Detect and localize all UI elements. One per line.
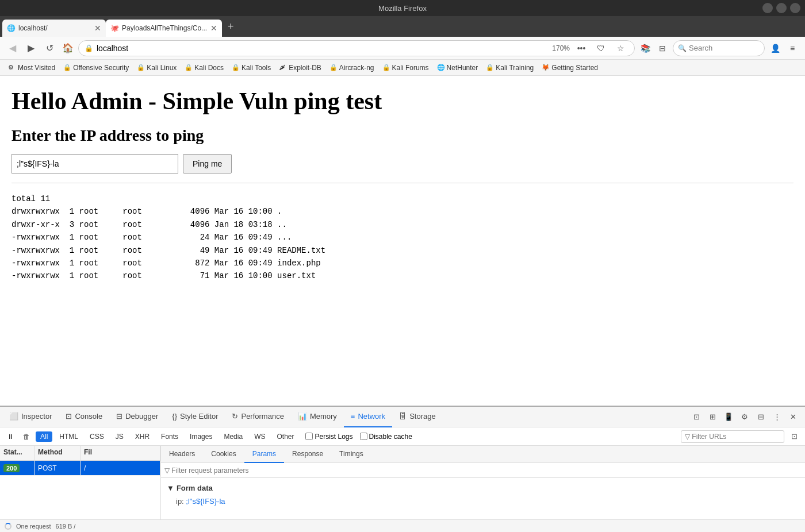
bookmark-bm11[interactable]: 🦊Getting Started [538, 63, 601, 73]
devtools-tab-icon-memory: 📊 [298, 412, 307, 421]
bookmark-bm8[interactable]: 🔒Kali Forums [379, 63, 432, 73]
detail-tabs: Headers Cookies Params Response Timings [161, 446, 805, 463]
devtools-action-dock-side[interactable]: ⊞ [705, 410, 720, 425]
devtools-tab-debugger[interactable]: ⊟ Debugger [109, 407, 165, 427]
filter-type-html[interactable]: HTML [55, 431, 83, 442]
bookmark-label-bm1: Most Visited [18, 64, 55, 72]
devtools-tab-label-debugger: Debugger [125, 412, 158, 421]
form-data-value: ;l"s${IFS}-la [186, 497, 225, 506]
devtools-tab-icon-console: ⊡ [66, 412, 72, 421]
devtools-action-close[interactable]: ✕ [785, 410, 800, 425]
network-filter-bar: ⏸🗑AllHTMLCSSJSXHRFontsImagesMediaWSOther… [0, 427, 805, 446]
bookmark-favicon-bm5: 🔒 [232, 64, 240, 72]
filter-type-all[interactable]: All [36, 431, 52, 442]
disable-cache-checkbox[interactable] [360, 433, 367, 440]
bookmark-bm6[interactable]: 🌶Exploit-DB [275, 63, 325, 73]
bookmark-label-bm2: Offensive Security [73, 64, 129, 72]
bookmark-bm7[interactable]: 🔒Aircrack-ng [326, 63, 378, 73]
req-file: / [80, 461, 160, 475]
devtools-tab-label-storage: Storage [409, 412, 436, 421]
network-clear-button[interactable]: 🗑 [20, 431, 33, 442]
bookmark-bm3[interactable]: 🔒Kali Linux [133, 63, 180, 73]
filter-type-js[interactable]: JS [111, 431, 128, 442]
forward-button[interactable]: ▶ [23, 40, 39, 56]
devtools-tab-memory[interactable]: 📊 Memory [291, 407, 344, 427]
encode-button[interactable]: ⊡ [787, 429, 802, 444]
address-input[interactable] [97, 44, 549, 53]
tab-2-close[interactable]: ✕ [210, 24, 217, 33]
filter-type-xhr[interactable]: XHR [131, 431, 154, 442]
new-tab-button[interactable]: + [224, 21, 237, 33]
tab-headers[interactable]: Headers [161, 446, 203, 463]
tab-1-close[interactable]: ✕ [94, 24, 101, 33]
network-table: Stat... Method Fil 200 POST / Headers Co… [0, 446, 805, 519]
devtools-tab-performance[interactable]: ↻ Performance [225, 407, 290, 427]
minimize-button[interactable]: ─ [762, 3, 773, 13]
devtools: ⬜ Inspector⊡ Console⊟ Debugger{} Style E… [0, 406, 805, 532]
menu-button[interactable]: ≡ [784, 40, 800, 56]
devtools-tab-icon-style-editor: {} [172, 412, 177, 421]
tab-params[interactable]: Params [244, 446, 284, 463]
devtools-tab-console[interactable]: ⊡ Console [59, 407, 109, 427]
filter-params-input[interactable] [164, 467, 802, 475]
devtools-action-split[interactable]: ⊟ [753, 410, 768, 425]
nav-bar: ◀ ▶ ↺ 🏠 🔒 170% ••• 🛡 ☆ 📚 ⊟ 🔍 👤 ≡ [0, 37, 805, 60]
bookmark-favicon-bm3: 🔒 [137, 64, 145, 72]
bookmark-favicon-bm1: ⚙ [8, 64, 16, 72]
bookmark-label-bm11: Getting Started [551, 64, 598, 72]
filter-type-other[interactable]: Other [272, 431, 298, 442]
maximize-button[interactable]: □ [776, 3, 787, 13]
devtools-tab-style-editor[interactable]: {} Style Editor [165, 407, 225, 427]
network-pause-button[interactable]: ⏸ [3, 431, 17, 442]
devtools-tab-inspector[interactable]: ⬜ Inspector [2, 407, 59, 427]
filter-type-media[interactable]: Media [219, 431, 247, 442]
search-input[interactable] [689, 44, 746, 52]
filter-url-input[interactable] [681, 430, 784, 443]
close-window-button[interactable]: ✕ [790, 3, 800, 13]
devtools-action-dock-bottom[interactable]: ⊡ [689, 410, 704, 425]
library-button[interactable]: 📚 [637, 40, 653, 56]
reload-button[interactable]: ↺ [41, 40, 57, 56]
tab-timings[interactable]: Timings [331, 446, 371, 463]
persist-logs-label[interactable]: Persist Logs [305, 433, 352, 441]
disable-cache-label[interactable]: Disable cache [360, 433, 412, 441]
form-data-title: Form data [177, 484, 213, 492]
filter-type-ws[interactable]: WS [250, 431, 270, 442]
bookmark-bm1[interactable]: ⚙Most Visited [5, 63, 59, 73]
back-button[interactable]: ◀ [5, 40, 21, 56]
shield-button[interactable]: 🛡 [593, 40, 609, 56]
home-button[interactable]: 🏠 [60, 40, 76, 56]
filter-type-images[interactable]: Images [185, 431, 217, 442]
bookmark-favicon-bm8: 🔒 [382, 64, 390, 72]
tab-cookies[interactable]: Cookies [203, 446, 244, 463]
ping-input[interactable] [12, 154, 178, 174]
bookmark-bm5[interactable]: 🔒Kali Tools [228, 63, 274, 73]
profile-button[interactable]: 👤 [767, 40, 783, 56]
tab-response[interactable]: Response [284, 446, 331, 463]
ping-button[interactable]: Ping me [183, 154, 232, 174]
persist-logs-checkbox[interactable] [305, 433, 313, 440]
tab-2[interactable]: 🐙 PayloadsAllTheThings/Co... ✕ [106, 20, 222, 37]
more-page-button[interactable]: ••• [573, 40, 589, 56]
persist-logs-text: Persist Logs [315, 433, 352, 441]
devtools-action-responsive[interactable]: 📱 [721, 410, 736, 425]
bookmark-bm9[interactable]: 🌐NetHunter [434, 63, 482, 73]
sidebar-button[interactable]: ⊟ [654, 40, 670, 56]
request-row[interactable]: 200 POST / [0, 461, 160, 476]
title-bar: Mozilla Firefox ─ □ ✕ [0, 0, 805, 16]
devtools-action-settings[interactable]: ⚙ [737, 410, 752, 425]
bookmark-label-bm9: NetHunter [447, 64, 478, 72]
bookmark-star-button[interactable]: ☆ [612, 40, 628, 56]
bookmark-bm10[interactable]: 🔒Kali Training [482, 63, 537, 73]
devtools-tab-network[interactable]: ≡ Network [344, 407, 392, 427]
filter-type-fonts[interactable]: Fonts [156, 431, 183, 442]
bookmark-label-bm3: Kali Linux [147, 64, 177, 72]
devtools-tab-storage[interactable]: 🗄 Storage [392, 407, 443, 427]
filter-type-css[interactable]: CSS [85, 431, 109, 442]
devtools-action-more[interactable]: ⋮ [769, 410, 784, 425]
devtools-actions: ⊡⊞📱⚙⊟⋮✕ [687, 410, 803, 425]
lock-icon: 🔒 [85, 44, 93, 52]
tab-1[interactable]: 🌐 localhost/ ✕ [2, 20, 106, 37]
bookmark-bm2[interactable]: 🔒Offensive Security [60, 63, 132, 73]
bookmark-bm4[interactable]: 🔒Kali Docs [181, 63, 227, 73]
